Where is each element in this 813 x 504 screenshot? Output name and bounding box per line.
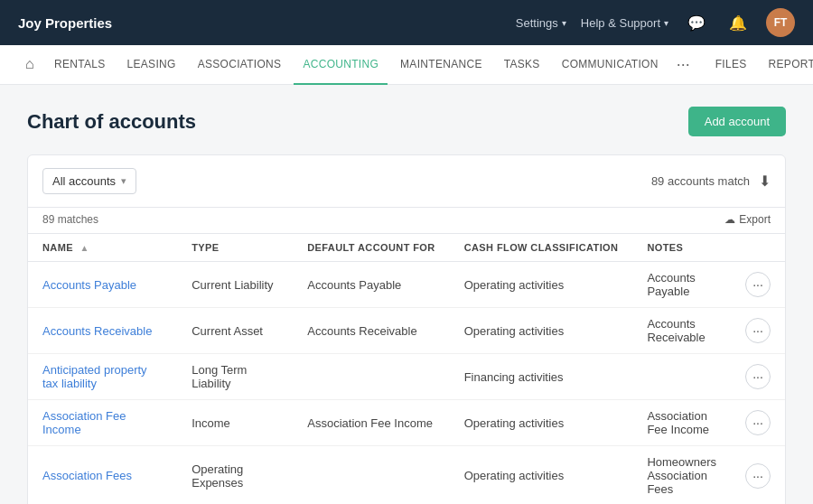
nav-reports[interactable]: REPORTS	[760, 45, 813, 85]
filter-chevron-icon: ▾	[121, 175, 126, 187]
chat-icon: 💬	[687, 14, 706, 32]
sort-arrow-icon: ▲	[79, 243, 89, 253]
table-row: Association Fee Income Income Associatio…	[28, 400, 785, 446]
nav-leasing[interactable]: LEASING	[118, 45, 185, 85]
avatar-initials: FT	[774, 16, 788, 29]
row-menu-button[interactable]: ···	[745, 364, 771, 389]
col-name-header: NAME ▲	[28, 234, 177, 262]
cell-default	[293, 446, 449, 505]
avatar[interactable]: FT	[766, 8, 795, 37]
toolbar-right: 89 accounts match ⬇	[651, 173, 771, 190]
nav-more-button[interactable]: ···	[671, 55, 696, 74]
row-menu-button[interactable]: ···	[745, 272, 771, 297]
cell-action: ···	[731, 446, 785, 505]
col-default-header: DEFAULT ACCOUNT FOR	[293, 234, 449, 262]
filter-label: All accounts	[52, 174, 116, 188]
table-header-row: NAME ▲ TYPE DEFAULT ACCOUNT FOR CASH FLO…	[28, 234, 785, 262]
cell-name: Accounts Payable	[28, 262, 177, 308]
cell-cashflow: Operating activities	[450, 400, 633, 446]
cell-default: Accounts Payable	[293, 262, 449, 308]
cell-type: Current Asset	[177, 308, 293, 354]
cell-notes: Accounts Payable	[632, 262, 731, 308]
cell-type: Current Liability	[177, 262, 293, 308]
cell-action: ···	[731, 400, 785, 446]
cell-notes	[632, 354, 731, 400]
chat-button[interactable]: 💬	[683, 9, 710, 36]
export-icon[interactable]: ⬇	[759, 173, 771, 190]
nav-rentals[interactable]: RENTALS	[45, 45, 115, 85]
account-name-link[interactable]: Accounts Payable	[42, 278, 136, 292]
col-cashflow-header: CASH FLOW CLASSIFICATION	[450, 234, 633, 262]
cell-type: Income	[177, 400, 293, 446]
cell-cashflow: Operating activities	[450, 262, 633, 308]
help-chevron-icon: ▾	[664, 18, 668, 28]
row-menu-button[interactable]: ···	[745, 463, 771, 489]
col-notes-header: NOTES	[632, 234, 731, 262]
cell-action: ···	[731, 262, 785, 308]
help-button[interactable]: Help & Support ▾	[581, 16, 668, 30]
account-name-link[interactable]: Association Fees	[42, 469, 132, 482]
filter-dropdown[interactable]: All accounts ▾	[42, 168, 136, 194]
page-content: Chart of accounts Add account All accoun…	[0, 85, 813, 504]
page-header: Chart of accounts Add account	[27, 107, 786, 136]
matches-row: 89 matches ☁ Export	[28, 208, 785, 234]
table-row: Association Fees Operating Expenses Oper…	[28, 446, 785, 505]
row-menu-button[interactable]: ···	[745, 318, 771, 343]
cell-default: Association Fee Income	[293, 400, 449, 446]
accounts-table: NAME ▲ TYPE DEFAULT ACCOUNT FOR CASH FLO…	[28, 234, 785, 504]
top-bar: Joy Properties Settings ▾ Help & Support…	[0, 0, 813, 45]
settings-button[interactable]: Settings ▾	[516, 16, 566, 30]
nav-tasks[interactable]: TASKS	[495, 45, 549, 85]
cell-cashflow: Operating activities	[450, 308, 633, 354]
nav-accounting[interactable]: ACCOUNTING	[294, 45, 388, 85]
settings-chevron-icon: ▾	[562, 18, 566, 28]
col-action-header	[731, 234, 785, 262]
cell-notes: Association Fee Income	[632, 400, 731, 446]
export-link[interactable]: ☁ Export	[724, 213, 771, 226]
bell-icon: 🔔	[729, 14, 747, 32]
cell-notes: Accounts Receivable	[632, 308, 731, 354]
nav-files[interactable]: FILES	[706, 45, 756, 85]
table-row: Anticipated property tax liability Long …	[28, 354, 785, 400]
row-menu-button[interactable]: ···	[745, 410, 771, 435]
matches-label: 89 matches	[42, 213, 98, 226]
nav-maintenance[interactable]: MAINTENANCE	[391, 45, 491, 85]
nav-home[interactable]: ⌂	[18, 45, 42, 85]
col-type-header: TYPE	[177, 234, 293, 262]
nav-communication[interactable]: COMMUNICATION	[553, 45, 668, 85]
export-cloud-icon: ☁	[724, 213, 735, 226]
table-toolbar: All accounts ▾ 89 accounts match ⬇	[28, 155, 785, 208]
cell-type: Long Term Liability	[177, 354, 293, 400]
top-bar-right: Settings ▾ Help & Support ▾ 💬 🔔 FT	[516, 8, 795, 37]
table-row: Accounts Receivable Current Asset Accoun…	[28, 308, 785, 354]
main-nav: ⌂ RENTALS LEASING ASSOCIATIONS ACCOUNTIN…	[0, 45, 813, 85]
cell-cashflow: Financing activities	[450, 354, 633, 400]
help-label: Help & Support	[581, 16, 660, 30]
cell-action: ···	[731, 308, 785, 354]
table-row: Accounts Payable Current Liability Accou…	[28, 262, 785, 308]
cell-name: Association Fees	[28, 446, 177, 505]
cell-name: Accounts Receivable	[28, 308, 177, 354]
cell-default	[293, 354, 449, 400]
cell-type: Operating Expenses	[177, 446, 293, 505]
export-text: Export	[739, 213, 771, 226]
cell-default: Accounts Receivable	[293, 308, 449, 354]
page-title: Chart of accounts	[27, 110, 688, 134]
add-account-button[interactable]: Add account	[688, 107, 786, 136]
table-container: All accounts ▾ 89 accounts match ⬇ 89 ma…	[27, 154, 786, 504]
match-count: 89 accounts match	[651, 174, 750, 188]
account-name-link[interactable]: Accounts Receivable	[42, 324, 152, 338]
cell-name: Anticipated property tax liability	[28, 354, 177, 400]
settings-label: Settings	[516, 16, 558, 30]
notifications-button[interactable]: 🔔	[724, 9, 752, 36]
cell-name: Association Fee Income	[28, 400, 177, 446]
app-logo: Joy Properties	[18, 15, 112, 31]
cell-notes: Homeowners Association Fees	[632, 446, 731, 505]
cell-cashflow: Operating activities	[450, 446, 633, 505]
account-name-link[interactable]: Association Fee Income	[42, 409, 126, 436]
account-name-link[interactable]: Anticipated property tax liability	[42, 363, 147, 390]
cell-action: ···	[731, 354, 785, 400]
nav-associations[interactable]: ASSOCIATIONS	[189, 45, 291, 85]
